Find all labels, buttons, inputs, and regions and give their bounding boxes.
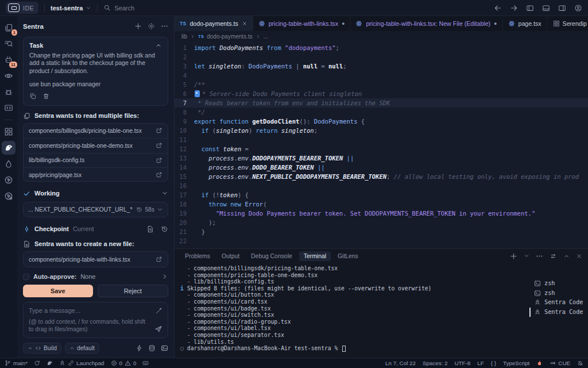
open-file-icon[interactable] xyxy=(156,127,163,134)
session-sentra-code[interactable]: Sentra Code xyxy=(529,308,585,317)
create-file-heading: Sentra wants to create a new file: xyxy=(34,240,134,247)
message-input[interactable]: Type a message... (@ to add context, / f… xyxy=(23,302,168,338)
tab-gitlens[interactable]: GitLens xyxy=(333,251,363,261)
rail-pointer-settings-icon[interactable] xyxy=(2,189,16,203)
code-editor[interactable]: 1import DodoPayments from "dodopayments"… xyxy=(175,41,588,248)
global-search[interactable]: Search xyxy=(103,4,134,12)
rail-sentra-icon[interactable] xyxy=(2,141,16,155)
terminal-panel: Problems Output Debug Console Terminal G… xyxy=(175,248,588,358)
forward-icon[interactable] xyxy=(510,4,518,12)
reject-button[interactable]: Reject xyxy=(98,285,169,297)
sentra-status-icon[interactable] xyxy=(47,360,53,366)
model-selector[interactable]: default xyxy=(65,343,99,354)
encoding[interactable]: UTF-8 xyxy=(455,360,471,366)
file-row[interactable]: lib/billingsdk-config.ts xyxy=(24,153,168,168)
rail-debug-icon[interactable] xyxy=(2,85,16,99)
gear-icon[interactable] xyxy=(148,22,155,30)
chevron-down-icon xyxy=(86,5,91,11)
file-row[interactable]: app/pricing/page.tsx xyxy=(24,167,168,182)
notifications-muted-icon[interactable] xyxy=(577,360,583,366)
copy-icon[interactable] xyxy=(29,93,37,100)
tab-output[interactable]: Output xyxy=(217,251,244,261)
branch-indicator[interactable]: main* xyxy=(5,360,28,366)
rail-extensions-icon[interactable] xyxy=(2,125,16,139)
session-zsh[interactable]: zsh xyxy=(529,279,585,289)
open-file-icon[interactable] xyxy=(156,157,163,164)
tab-terminal[interactable]: Terminal xyxy=(299,251,331,261)
panel-tab-bar: Problems Output Debug Console Terminal G… xyxy=(175,249,588,263)
rail-files-icon[interactable]: 1 xyxy=(2,21,16,34)
indentation[interactable]: Spaces: 2 xyxy=(423,360,448,366)
serendip-button[interactable]: Serendip xyxy=(553,20,587,27)
breadcrumb[interactable]: lib TS dodo-payments.ts ... xyxy=(175,31,588,41)
tab-pricing-table-with-links[interactable]: pricing-table-with-links.tsx ● xyxy=(253,16,351,31)
file-row[interactable]: components/pricing-table-one-demo.tsx xyxy=(24,138,168,153)
chevron-down-icon[interactable] xyxy=(524,253,529,259)
bolt-icon[interactable] xyxy=(136,344,143,352)
flame-icon[interactable] xyxy=(536,360,543,366)
cursor-position[interactable]: Ln 7, Col 22 xyxy=(385,360,416,366)
image-icon[interactable] xyxy=(161,344,168,352)
working-section[interactable]: Working xyxy=(23,190,168,197)
restore-icon[interactable] xyxy=(161,225,168,233)
account-icon[interactable] xyxy=(574,4,582,12)
auto-approve-row[interactable]: Auto-approve: None xyxy=(23,273,168,280)
language-mode[interactable]: TypeScript xyxy=(503,360,529,366)
dirty-dot-icon[interactable]: ● xyxy=(342,21,345,26)
tab-pricing-table-new-file[interactable]: pricing-table-with-links.tsx: New File (… xyxy=(350,16,502,31)
new-chat-icon[interactable] xyxy=(134,22,142,30)
tab-problems[interactable]: Problems xyxy=(180,251,215,261)
tab-page[interactable]: page.tsx xyxy=(503,16,547,31)
eol[interactable]: LF xyxy=(477,360,483,366)
toggle-left-panel-icon[interactable] xyxy=(526,4,534,12)
close-panel-icon[interactable] xyxy=(576,253,582,259)
collapse-icon[interactable] xyxy=(155,42,162,49)
rail-search-icon[interactable] xyxy=(2,37,16,51)
mode-selector[interactable]: Build xyxy=(23,343,61,354)
react-file-icon xyxy=(258,20,265,27)
tab-debug-console[interactable]: Debug Console xyxy=(246,251,297,261)
sync-icon[interactable] xyxy=(34,360,40,366)
file-row[interactable]: components/pricing-table-with-links.tsx xyxy=(24,252,168,267)
toggle-right-panel-icon[interactable] xyxy=(558,4,566,12)
working-item[interactable]: ... NEXT_PUBLIC_CHECKOUT_URL_* a... 58s xyxy=(23,202,168,217)
save-button[interactable]: Save xyxy=(23,285,93,297)
close-tab-icon[interactable] xyxy=(242,21,247,26)
rail-watch-icon[interactable] xyxy=(2,69,16,83)
open-file-icon[interactable] xyxy=(156,256,163,263)
launchpad-button[interactable]: Launchpad xyxy=(59,360,105,366)
send-icon[interactable] xyxy=(154,325,163,333)
rail-remote-icon[interactable] xyxy=(2,101,16,115)
more-icon[interactable] xyxy=(536,252,543,260)
cue-indicator[interactable]: CUE xyxy=(550,360,570,366)
tab-dodo-payments[interactable]: TS dodo-payments.ts xyxy=(175,16,253,31)
session-zsh[interactable]: zsh xyxy=(529,289,585,298)
open-file-icon[interactable] xyxy=(156,142,163,149)
auto-approve-checkbox[interactable] xyxy=(23,274,29,280)
diff-icon[interactable] xyxy=(146,225,154,233)
back-icon[interactable] xyxy=(494,4,502,12)
session-sentra-code[interactable]: Sentra Code xyxy=(529,298,585,308)
trash-icon[interactable] xyxy=(42,93,50,100)
code-line: 7 * Reads bearer token from env and init… xyxy=(175,98,588,108)
cast-icon xyxy=(550,360,556,366)
file-row[interactable]: components/billingsdk/pricing-table-one.… xyxy=(24,124,168,139)
problems-indicator[interactable]: 0 0 xyxy=(111,360,137,366)
rail-chat-icon[interactable]: 11 xyxy=(2,53,16,67)
more-icon[interactable] xyxy=(161,22,168,30)
rail-flame-icon[interactable] xyxy=(2,157,16,171)
new-terminal-icon[interactable] xyxy=(510,252,517,260)
database-icon[interactable] xyxy=(148,344,156,352)
maximize-panel-icon[interactable] xyxy=(563,253,570,259)
keyboard-icon[interactable] xyxy=(142,360,149,366)
wand-icon[interactable] xyxy=(155,307,163,315)
rail-pointer-icon[interactable] xyxy=(2,173,16,187)
brackets-indicator[interactable]: { } xyxy=(491,360,496,366)
terminal-output-area[interactable]: - components/billingsdk/pricing-table-on… xyxy=(175,263,588,358)
toggle-bottom-panel-icon[interactable] xyxy=(542,4,550,12)
project-switcher[interactable]: test-sentra xyxy=(51,5,91,12)
open-file-icon[interactable] xyxy=(156,171,163,178)
app-logo[interactable]: IDE xyxy=(6,2,38,14)
dirty-dot-icon[interactable]: ● xyxy=(494,21,497,26)
split-terminal-icon[interactable] xyxy=(550,252,557,260)
